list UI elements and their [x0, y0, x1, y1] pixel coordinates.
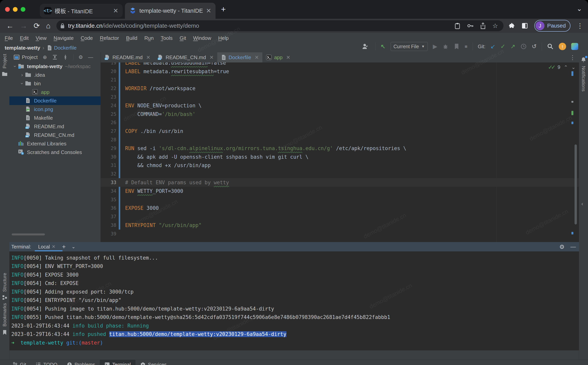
- bookmark-star-icon[interactable]: ☆: [492, 22, 498, 29]
- breadcrumb-project[interactable]: template-wetty: [5, 45, 40, 51]
- code-line-23[interactable]: 23: [101, 93, 579, 101]
- titanide-logo-icon[interactable]: [571, 43, 578, 50]
- code-line-28[interactable]: 28: [101, 135, 579, 144]
- notifications-stripe-button[interactable]: Notifications: [581, 66, 586, 91]
- tab-list-menu-icon[interactable]: ⋮: [566, 54, 579, 61]
- editor-tab-readme-cn-md[interactable]: MDREADME_CN.md✕: [154, 52, 217, 63]
- menu-edit[interactable]: Edit: [20, 35, 29, 41]
- menu-view[interactable]: View: [36, 35, 47, 41]
- tree-item-icon-png[interactable]: icon.png: [9, 105, 101, 114]
- notifications-bell-icon[interactable]: [580, 56, 587, 63]
- tree-item-app[interactable]: app: [9, 88, 101, 96]
- code-line-31[interactable]: 31 && chmod +x /usr/bin/app: [101, 161, 579, 170]
- run-icon[interactable]: ▶: [433, 43, 437, 49]
- code-line-38[interactable]: 38ENTRYPOINT "/usr/bin/app": [101, 221, 579, 230]
- tool-window-button-services[interactable]: Services: [135, 360, 171, 365]
- close-tab-icon[interactable]: ✕: [146, 55, 151, 61]
- address-bar[interactable]: try.titanide.cn/ide/web/coding/template-…: [56, 20, 504, 31]
- menu-file[interactable]: File: [5, 35, 13, 41]
- tree-item-scratches-and-consoles[interactable]: Scratches and Consoles: [9, 148, 101, 156]
- tool-window-button-terminal[interactable]: Terminal: [100, 360, 135, 365]
- lock-icon[interactable]: [60, 23, 65, 29]
- search-icon[interactable]: [547, 43, 554, 50]
- git-commit-icon[interactable]: ✓: [501, 43, 505, 49]
- tree-item-readme-md[interactable]: MDREADME.md: [9, 122, 101, 131]
- menu-run[interactable]: Run: [144, 35, 154, 41]
- tree-item-readme-cn-md[interactable]: MDREADME_CN.md: [9, 131, 101, 139]
- editor-tab-dockerfile[interactable]: Dockerfile✕: [217, 52, 262, 63]
- tree-chevron-icon[interactable]: ›: [12, 63, 18, 69]
- key-icon[interactable]: [467, 23, 474, 28]
- tree-item-makefile[interactable]: Makefile: [9, 114, 101, 122]
- inspections-widget[interactable]: ✓✓ 9 ⌃ ⌄: [548, 64, 575, 70]
- coverage-icon[interactable]: [454, 43, 460, 49]
- clipboard-icon[interactable]: [455, 22, 460, 29]
- hide-panel-icon[interactable]: —: [88, 54, 93, 60]
- code-line-26[interactable]: 26: [101, 119, 579, 127]
- reload-icon[interactable]: ⟳: [34, 21, 40, 30]
- close-tab-icon[interactable]: ✕: [113, 7, 118, 14]
- project-stripe-button[interactable]: Project: [2, 54, 7, 69]
- close-terminal-tab-icon[interactable]: ✕: [52, 244, 55, 249]
- horizontal-scrollbar[interactable]: [12, 233, 45, 235]
- debug-icon[interactable]: [442, 43, 449, 49]
- tree-item--idea[interactable]: ›.idea: [9, 71, 101, 79]
- profile-paused-badge[interactable]: J Paused: [534, 20, 570, 32]
- locate-icon[interactable]: ⊕: [43, 54, 47, 60]
- fullscreen-window-button[interactable]: [21, 7, 25, 12]
- code-line-27[interactable]: 27COPY ./bin /usr/bin: [101, 127, 579, 135]
- code-line-25[interactable]: 25 COMMAND='/bin/bash': [101, 110, 579, 119]
- menu-refactor[interactable]: Refactor: [100, 35, 119, 41]
- hide-terminal-icon[interactable]: —: [570, 244, 576, 250]
- stop-icon[interactable]: ■: [465, 44, 468, 49]
- collapse-stripe-icon[interactable]: ‹: [581, 201, 583, 207]
- code-line-32[interactable]: 32: [101, 170, 579, 178]
- terminal-output[interactable]: INFO[0050] Taking snapshot of full files…: [9, 252, 579, 347]
- code-line-34[interactable]: 34ENV WETTY_PORT=3000: [101, 187, 579, 195]
- tool-window-button-git[interactable]: Git: [8, 360, 31, 365]
- tool-window-button-problems[interactable]: Problems: [62, 360, 100, 365]
- upgrade-icon[interactable]: ↑: [559, 43, 566, 50]
- tree-chevron-icon[interactable]: ›: [19, 81, 25, 86]
- code-line-21[interactable]: 21: [101, 76, 579, 84]
- tree-item-dockerfile[interactable]: Dockerfile: [9, 96, 101, 105]
- menu-git[interactable]: Git: [180, 35, 186, 41]
- code-line-33[interactable]: 33# Default ENV params used by wetty: [101, 178, 579, 187]
- expand-all-icon[interactable]: [52, 55, 58, 60]
- minimize-window-button[interactable]: [13, 7, 18, 12]
- browser-tab-active[interactable]: template-wetty - TitanIDE ✕: [125, 3, 216, 19]
- tab-search-chevron-icon[interactable]: ⌄: [577, 5, 582, 13]
- rollback-icon[interactable]: ↺: [532, 43, 537, 49]
- back-icon[interactable]: ←: [6, 22, 14, 30]
- tree-item-template-wetty[interactable]: ›template-wetty~/workspac: [9, 62, 101, 71]
- code-line-29[interactable]: 29RUN sed -i 's/dl-cdn.alpinelinux.org/m…: [101, 144, 579, 153]
- code-line-37[interactable]: 37: [101, 212, 579, 221]
- tool-window-button-todo[interactable]: TODO: [31, 360, 62, 365]
- terminal-settings-gear-icon[interactable]: ⚙: [559, 243, 565, 250]
- collapse-all-icon[interactable]: [63, 55, 68, 60]
- git-update-icon[interactable]: ↙: [490, 43, 495, 49]
- git-push-icon[interactable]: ↗: [511, 43, 515, 49]
- structure-stripe-button[interactable]: Structure: [2, 273, 7, 292]
- bookmarks-stripe-button[interactable]: Bookmarks: [2, 303, 7, 327]
- code-line-22[interactable]: 22WORKDIR /root/workspace: [101, 84, 579, 93]
- new-terminal-icon[interactable]: +: [62, 243, 66, 250]
- editor[interactable]: 19LABEL metadata.usesubdomain=false20LAB…: [101, 63, 579, 242]
- editor-scrollbar[interactable]: [574, 144, 577, 225]
- forward-icon[interactable]: →: [20, 22, 27, 30]
- close-tab-icon[interactable]: ✕: [210, 55, 214, 61]
- breadcrumb-file[interactable]: Dockerfile: [54, 45, 77, 51]
- prev-problem-icon[interactable]: ⌃: [564, 64, 568, 70]
- share-icon[interactable]: [480, 22, 486, 29]
- home-icon[interactable]: ⌂: [46, 22, 50, 30]
- code-line-20[interactable]: 20LABEL metadata.rewritesubpath=true: [101, 67, 579, 76]
- menu-navigate[interactable]: Navigate: [54, 35, 74, 41]
- run-configuration-select[interactable]: Current File▼: [391, 42, 428, 51]
- history-clock-icon[interactable]: [520, 43, 527, 49]
- menu-build[interactable]: Build: [126, 35, 137, 41]
- code-line-39[interactable]: 39: [101, 230, 579, 238]
- next-problem-icon[interactable]: ⌄: [571, 64, 575, 70]
- side-panel-icon[interactable]: [521, 22, 528, 29]
- extensions-puzzle-icon[interactable]: [509, 22, 515, 29]
- tree-chevron-icon[interactable]: ›: [19, 72, 25, 78]
